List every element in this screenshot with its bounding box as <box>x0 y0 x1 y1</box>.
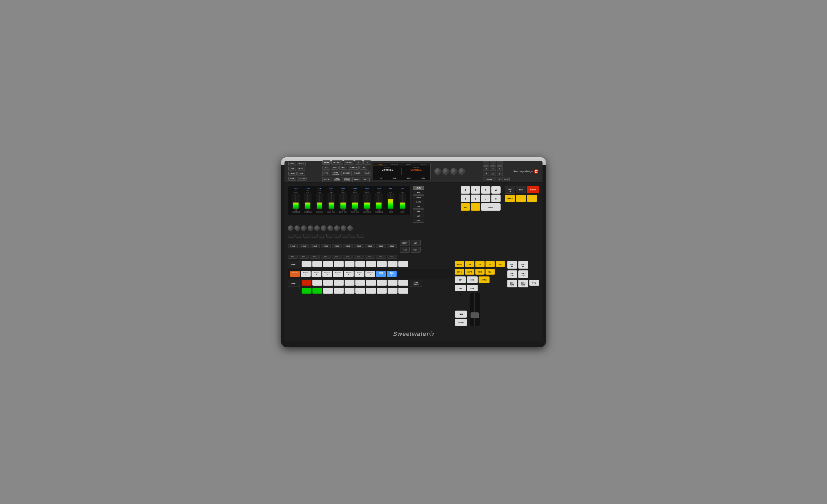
fader-cam1[interactable] <box>292 193 300 209</box>
main-knob-7[interactable] <box>328 225 333 231</box>
switch-button[interactable]: SWITCH <box>505 195 515 202</box>
main-knob-8[interactable] <box>334 225 340 231</box>
exp-btn[interactable]: EXP <box>413 209 424 213</box>
sel-9[interactable]: SEL <box>376 255 386 259</box>
indicator-8[interactable] <box>342 234 348 238</box>
arm-button[interactable]: ARM <box>467 285 478 291</box>
key4-button[interactable]: KEY 4 <box>485 269 495 275</box>
prev-2[interactable] <box>312 288 322 294</box>
lim-btn[interactable]: LIM <box>413 214 424 218</box>
fader-mp1[interactable] <box>387 193 394 209</box>
ftb-button[interactable]: FTB <box>529 280 539 286</box>
ok-cam4[interactable]: OK <box>332 211 335 213</box>
dip-button[interactable]: DIP <box>359 166 367 170</box>
talk2-button[interactable]: TALK <box>363 170 371 176</box>
dsk1-auto[interactable]: DSK 1AUTO <box>507 280 517 288</box>
dsk1-tie[interactable]: DSK 1TIE <box>507 261 517 269</box>
cut-button[interactable]: CUT <box>455 311 467 318</box>
pan-btn[interactable]: PAN <box>413 205 424 209</box>
keyers-button[interactable]: KEYERS <box>344 160 354 164</box>
media-players-button[interactable]: MEDIAPLAYERS <box>331 170 340 176</box>
solo-10[interactable]: SOLO <box>387 244 397 248</box>
cam6-bus[interactable]: Camera6 <box>344 271 354 277</box>
main-knob-5[interactable] <box>314 225 320 231</box>
prev-trans-button[interactable]: PREVTRANS <box>410 280 422 287</box>
fader-cam4[interactable] <box>328 193 335 209</box>
sel-5[interactable]: SEL <box>332 255 342 259</box>
fader-cam8[interactable] <box>375 193 383 209</box>
fader-cam7[interactable] <box>363 193 371 209</box>
cam8-bus[interactable]: Camera8 <box>365 271 375 277</box>
ok-cam6[interactable]: OK <box>356 211 359 213</box>
cam5-bus[interactable]: Camera5 <box>333 271 343 277</box>
eq-btn[interactable]: EQ <box>413 191 424 195</box>
shift-bottom-button[interactable]: SHIFT <box>288 280 300 287</box>
next-button[interactable]: > <box>363 160 371 164</box>
lit-button-1[interactable] <box>516 195 526 202</box>
indicator-3[interactable] <box>303 234 310 238</box>
main-knob-10[interactable] <box>347 225 353 231</box>
fader-cam2[interactable] <box>304 193 311 209</box>
grab-tie-button[interactable]: GRABTIE <box>505 186 515 194</box>
sel-1[interactable]: SEL <box>288 255 298 259</box>
num-9[interactable]: 9 <box>497 172 503 176</box>
num-2[interactable]: 2 <box>490 161 496 166</box>
solo-6[interactable]: SOLO <box>343 244 353 248</box>
macro-on-3[interactable]: ON <box>485 261 495 267</box>
apv-cam3[interactable]: APV <box>315 211 320 213</box>
numpad-mv[interactable]: M/V7/W <box>460 203 470 211</box>
src-9-top[interactable] <box>388 261 397 267</box>
main-knob-9[interactable] <box>341 225 346 231</box>
main-knob-4[interactable] <box>308 225 313 231</box>
macro-top-button[interactable]: MACRO <box>322 177 332 182</box>
src-6-top[interactable] <box>355 261 365 267</box>
numpad-2[interactable]: 2 <box>471 186 480 194</box>
ok-cam2[interactable]: OK <box>308 211 311 213</box>
prog-2[interactable] <box>312 280 322 286</box>
numpad-1[interactable]: 1 <box>460 186 470 194</box>
src-2-top[interactable] <box>312 261 322 267</box>
auto-button[interactable]: AUTO <box>455 319 467 326</box>
mp1-bus[interactable]: MediaPlayer1 <box>376 271 386 277</box>
solo-8[interactable]: SOLO <box>365 244 375 248</box>
src-7-top[interactable] <box>366 261 376 267</box>
macro-on-2[interactable]: ON <box>475 261 485 267</box>
shift-top-button[interactable]: SHIFT <box>288 261 300 268</box>
home-button[interactable]: HOME <box>322 160 331 164</box>
prog-5[interactable] <box>345 280 354 286</box>
gate-btn[interactable]: GATE <box>413 200 424 204</box>
apv-cam7[interactable]: APV <box>363 211 367 213</box>
indicator-1[interactable] <box>288 234 294 238</box>
solo-3[interactable]: SOLO <box>310 244 320 248</box>
macro-on-4[interactable]: ON <box>496 261 505 267</box>
prog-7[interactable] <box>366 280 376 286</box>
cam4-bus[interactable]: Camera4 <box>322 271 332 277</box>
src-8-top[interactable] <box>377 261 387 267</box>
camb-button[interactable]: CAMB <box>288 172 297 176</box>
indicator-6[interactable] <box>326 234 333 238</box>
enter-button[interactable]: ENTER <box>483 177 496 181</box>
fader-cam5[interactable] <box>339 193 347 209</box>
indicator-7[interactable] <box>334 234 341 238</box>
audio-top-button[interactable]: AUDIO <box>352 177 361 182</box>
lit-button-2[interactable] <box>527 195 537 202</box>
prev-9[interactable] <box>388 288 397 294</box>
super-source-button[interactable]: SUPERSOURCE <box>333 177 341 182</box>
apv-mp2[interactable]: APV <box>400 211 404 213</box>
prev-button[interactable]: < <box>355 160 362 164</box>
knob-4[interactable] <box>458 168 465 175</box>
prog-6[interactable] <box>355 280 365 286</box>
num-1[interactable]: 1 <box>483 161 489 166</box>
aux-button[interactable]: AUX <box>362 177 370 182</box>
wipe-button[interactable]: WIPE <box>331 166 339 170</box>
num-6[interactable]: 6 <box>497 166 503 171</box>
bnk-less-button[interactable]: <BNK <box>400 247 410 253</box>
apv-cam1[interactable]: APV <box>292 211 296 213</box>
sel-7[interactable]: SEL <box>354 255 364 259</box>
numpad-8[interactable]: 8 <box>491 195 501 202</box>
src-1-top[interactable] <box>302 261 311 267</box>
solo-9[interactable]: SOLO <box>376 244 386 248</box>
key1-button[interactable]: KEY 1 <box>455 269 464 275</box>
indicator-5[interactable] <box>319 234 325 238</box>
prog-8[interactable] <box>377 280 387 286</box>
